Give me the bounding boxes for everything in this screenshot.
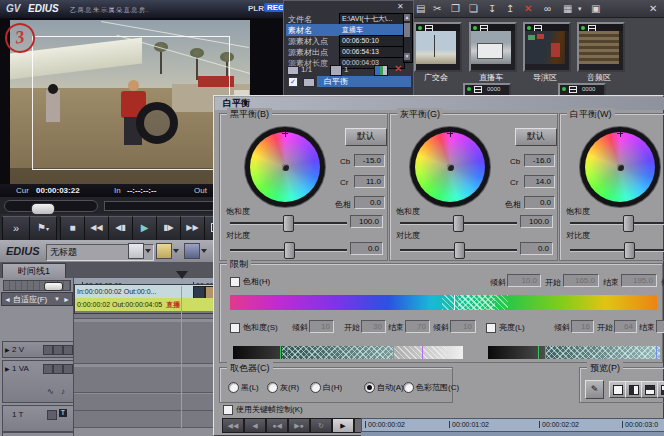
picker-radio-gray[interactable] <box>267 382 278 393</box>
waveform-icon[interactable]: ∿ <box>47 387 54 396</box>
stop-button[interactable]: ■ <box>60 216 85 241</box>
close-icon[interactable]: ✕ <box>397 2 404 11</box>
paste-icon[interactable]: ❏ <box>469 3 478 15</box>
timeline-scale-selector[interactable]: ◄ 自适应(F) ▼ ► <box>1 292 73 306</box>
filter-list-item[interactable]: 白平衡 <box>317 76 411 87</box>
scroll-down-icon[interactable]: ▼ <box>404 53 410 60</box>
saturation-slider[interactable] <box>570 222 664 224</box>
prev-frame-button[interactable]: ◀▮ <box>108 216 133 241</box>
hue-field[interactable]: 0.0 <box>524 196 555 209</box>
lum-limit-checkbox[interactable] <box>486 323 496 333</box>
next-frame-button[interactable]: ▮▶ <box>156 216 181 241</box>
open-project-caret[interactable] <box>173 249 179 253</box>
contrast-slider[interactable] <box>570 249 664 251</box>
kf-add-left-button[interactable]: ●◀ <box>266 418 288 433</box>
picker-radio-colorrange[interactable] <box>403 382 414 393</box>
copy-icon[interactable]: ❐ <box>451 3 460 15</box>
slider-thumb[interactable] <box>623 215 634 232</box>
delete-icon[interactable]: ✕ <box>524 3 532 15</box>
slider-thumb[interactable] <box>454 242 465 259</box>
lum-start-field[interactable]: 64 <box>614 320 637 333</box>
track-header-1t[interactable]: 1 T T <box>2 405 74 432</box>
keyframe-checkbox[interactable] <box>223 405 233 415</box>
balance-point[interactable] <box>617 164 624 171</box>
slider-thumb[interactable] <box>283 215 294 232</box>
sat-start-field[interactable]: 30 <box>361 320 386 333</box>
lock-icon[interactable] <box>43 364 53 374</box>
bin-clip-thumbnail[interactable] <box>469 22 517 72</box>
picker-pen-button[interactable]: ✎ <box>585 380 604 399</box>
kf-prev-button[interactable]: ◀ <box>244 418 266 433</box>
preview-mode-full[interactable] <box>609 381 626 398</box>
track-header-1va[interactable]: ▶ 1 VA ∿ ♪ <box>2 360 74 403</box>
mute-icon[interactable] <box>53 345 63 355</box>
track-header-1a[interactable]: ▶ 1 A ∿ ♪ <box>2 432 74 436</box>
ffwd-button[interactable]: ▶▶ <box>180 216 205 241</box>
play-button[interactable]: ▶ <box>132 216 157 241</box>
sat-slope-start-field[interactable]: 10 <box>309 320 334 333</box>
link-icon[interactable]: ∞ <box>544 3 551 15</box>
scroll-thumb[interactable] <box>404 23 410 37</box>
kf-play-button[interactable]: ▶ <box>332 418 354 433</box>
picker-radio-white[interactable] <box>310 382 321 393</box>
lum-slope-start-field[interactable]: 16 <box>571 320 594 333</box>
save-project-caret[interactable] <box>201 249 207 253</box>
expand-button[interactable]: » <box>2 216 30 241</box>
new-clip-icon[interactable]: ▤ <box>416 3 425 15</box>
clip-mark-icon[interactable] <box>63 364 73 374</box>
tab-timeline-1[interactable]: 时间线1 <box>2 263 66 279</box>
scale-left-icon[interactable]: ◄ <box>4 294 11 305</box>
lock-icon[interactable] <box>43 345 53 355</box>
hue-end-field[interactable]: 195.0 <box>621 274 657 287</box>
contrast-slider[interactable] <box>230 249 347 251</box>
lum-end-field[interactable]: 192 <box>656 320 664 333</box>
contrast-field[interactable]: 0.0 <box>350 242 383 255</box>
white-balance-wheel[interactable] <box>580 127 660 207</box>
picker-radio-auto[interactable] <box>364 382 375 393</box>
cr-field[interactable]: 14.0 <box>524 175 555 188</box>
speaker-icon[interactable]: ♪ <box>61 387 65 396</box>
cr-field[interactable]: 11.0 <box>354 175 385 188</box>
track-expand-icon[interactable]: ▶ <box>5 346 10 353</box>
palette-scrollbar[interactable]: ▲ ▼ <box>403 13 413 63</box>
kf-add-right-button[interactable]: ▶● <box>288 418 310 433</box>
bin-clip-thumbnail[interactable] <box>523 22 571 72</box>
default-button[interactable]: 默认 <box>345 128 387 146</box>
preview-mode-split-h[interactable] <box>641 381 658 398</box>
slider-thumb[interactable] <box>624 242 635 259</box>
lock-icon[interactable] <box>47 410 57 420</box>
timeline-zoom-slider[interactable] <box>3 280 71 291</box>
contrast-field[interactable]: 0.0 <box>520 242 553 255</box>
marker-flag-button[interactable]: ⚑▾ <box>29 216 57 241</box>
new-project-button[interactable] <box>128 243 144 259</box>
scale-caret-icon[interactable]: ▼ <box>54 294 60 305</box>
cb-field[interactable]: -16.0 <box>524 154 555 167</box>
black-balance-wheel[interactable] <box>245 127 325 207</box>
hue-slope-start-field[interactable]: 10.0 <box>507 274 541 287</box>
sat-end-field[interactable]: 70 <box>405 320 430 333</box>
balance-point[interactable] <box>282 164 289 171</box>
hue-field[interactable]: 0.0 <box>354 196 385 209</box>
kf-prev2-button[interactable]: ◀◀ <box>222 418 244 433</box>
rewind-button[interactable]: ◀◀ <box>84 216 109 241</box>
kf-loop-button[interactable]: ↻ <box>310 418 332 433</box>
info-row[interactable]: 源素材出点 00:06:54:13 <box>286 46 401 57</box>
hue-limit-bar[interactable] <box>230 295 657 310</box>
cut-icon[interactable]: ✂ <box>433 3 441 15</box>
sat-slope-end-field[interactable]: 10 <box>450 320 476 333</box>
sat-limit-checkbox[interactable] <box>230 323 240 333</box>
gray-balance-wheel[interactable] <box>410 127 490 207</box>
new-project-caret[interactable] <box>145 249 151 253</box>
filter-enabled-checkbox[interactable]: ✓ <box>288 77 298 87</box>
delete-filter-icon[interactable]: ✕ <box>394 63 402 74</box>
saturation-field[interactable]: 100.0 <box>350 215 383 228</box>
balance-point[interactable] <box>447 164 454 171</box>
mute-icon[interactable] <box>53 364 63 374</box>
picker-radio-black[interactable] <box>228 382 239 393</box>
saturation-slider[interactable] <box>400 222 517 224</box>
info-row[interactable]: 源素材入点 00:06:50:10 <box>286 35 401 46</box>
clip-mark-icon[interactable] <box>63 345 73 355</box>
info-row[interactable]: 文件名 E:\AVI(十七大\... <box>286 13 401 24</box>
close-icon[interactable]: ✕ <box>649 3 657 15</box>
sat-limit-bar[interactable] <box>233 346 463 359</box>
